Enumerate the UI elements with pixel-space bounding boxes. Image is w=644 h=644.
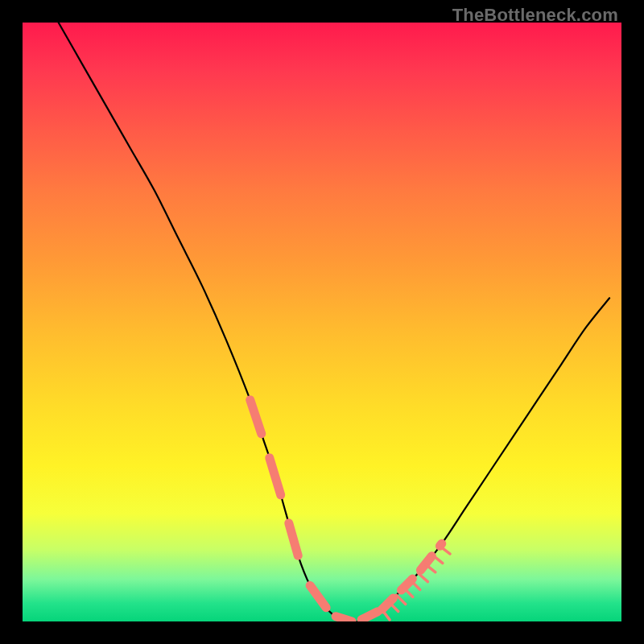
svg-line-1 [270,458,281,495]
marker-ascent-bristles [382,546,450,620]
svg-line-0 [250,400,262,434]
svg-line-4 [336,617,352,621]
chart-svg [23,23,621,621]
svg-line-3 [310,585,326,607]
svg-line-15 [418,573,427,582]
marker-ascent [382,543,441,609]
svg-line-12 [396,595,405,604]
svg-line-2 [289,523,299,555]
marker-descent [250,400,299,555]
bottleneck-curve [59,23,609,621]
svg-line-5 [361,612,378,620]
marker-valley [310,585,378,621]
